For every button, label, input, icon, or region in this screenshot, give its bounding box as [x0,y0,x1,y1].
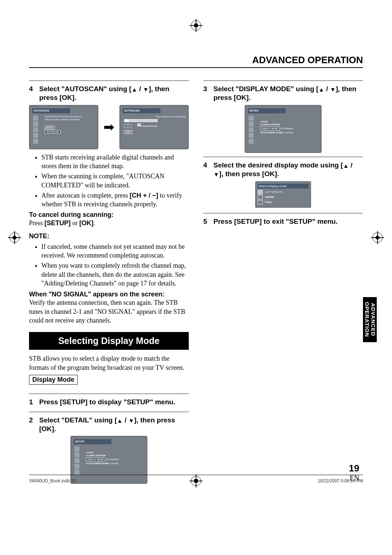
cancel-body: Press [SETUP] or [OK]. [29,219,189,227]
display-mode-box: Display Mode [29,375,78,385]
left-step-2: 2 Select "DETAIL" using [▲ / ▼], then pr… [29,416,189,433]
registration-mark-icon [191,476,201,486]
right-step-5: 5 Press [SETUP] to exit "SETUP" menu. [203,217,363,226]
right-column: 3 Select "DISPLAY MODE" using [▲ / ▼], t… [203,78,363,487]
note-heading: NOTE: [29,232,189,240]
nosignal-heading: When "NO SIGNAL" appears on the screen: [29,291,189,298]
note-list: If canceled, some channels not yet scann… [41,242,189,288]
tv-detail-menu: DETAIL V-CHIP CLOSED CAPTION DISPLAY MOD… [245,105,322,153]
autoscan-screens: AUTOSCAN AUTOSCAN will rescan all channe… [29,105,189,149]
registration-mark-icon [9,232,20,243]
option-full: FULL [258,200,309,204]
tv-autoscan-confirm: AUTOSCAN AUTOSCAN will rescan all channe… [29,105,98,149]
display-mode-popup: Select display mode LETTERBOX ZOOM FULL [255,181,311,208]
arrow-right-icon: ➡ [103,119,114,135]
up-icon: ▲ [318,86,324,93]
cancel-heading: To cancel during scanning: [29,211,189,219]
up-icon: ▲ [343,163,349,169]
option-zoom: ZOOM [258,195,309,199]
section-banner: Selecting Display Mode [29,332,189,350]
side-tab: ADVANCED OPERATION [363,297,377,342]
nosignal-body: Verify the antenna connection, then scan… [29,298,189,325]
right-step-3: 3 Select "DISPLAY MODE" using [▲ / ▼], t… [203,85,363,102]
down-icon: ▼ [213,171,219,178]
up-icon: ▲ [117,418,123,424]
left-column: 4 Select "AUTOSCAN" using [▲ / ▼], then … [29,78,189,487]
chapter-title: ADVANCED OPERATION [29,54,363,68]
left-step-1: 1 Press [SETUP] to display "SETUP" menu. [29,398,189,406]
down-icon: ▼ [330,86,336,93]
banner-intro: STB allows you to select a display mode … [29,354,189,372]
option-letterbox: LETTERBOX [258,190,309,194]
down-icon: ▼ [143,86,149,93]
registration-mark-icon [372,232,383,243]
down-icon: ▼ [128,418,134,424]
right-step-4: 4 Select the desired display mode using … [203,161,363,178]
autoscan-notes: STB starts receiving available digital c… [41,153,189,209]
tv-setup-menu: SETUP V-CHIP CLOSED CAPTION DISPLAY MODE… [70,436,147,484]
registration-mark-icon [191,20,201,31]
tv-autoscan-progress: AUTOSCAN The system is now scanning 12% … [119,105,189,149]
left-step-4: 4 Select "AUTOSCAN" using [▲ / ▼], then … [29,85,189,102]
up-icon: ▲ [131,86,137,93]
